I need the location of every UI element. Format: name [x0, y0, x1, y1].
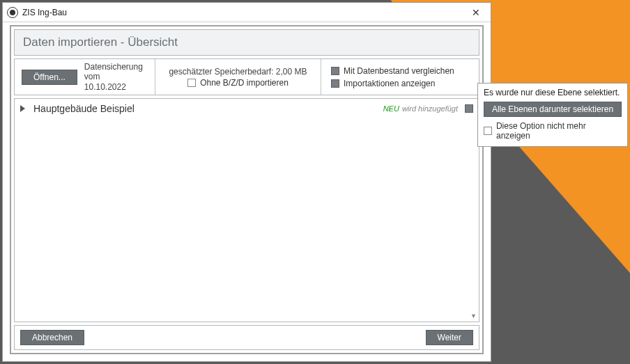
- compare-label: Mit Datenbestand vergleichen: [344, 66, 454, 76]
- options-bar: Öffnen... Datensicherung vom 10.10.2022 …: [14, 58, 479, 95]
- dont-show-again-option[interactable]: Diese Option nicht mehr anzeigen: [484, 121, 622, 141]
- app-icon: [7, 7, 18, 18]
- tree-view[interactable]: Hauptgebäude Beispiel NEU wird hinzugefü…: [14, 98, 479, 322]
- footer-bar: Abbrechen Weiter: [14, 325, 479, 350]
- backup-date-label: Datensicherung vom 10.10.2022: [84, 62, 148, 92]
- no-bzd-label: Ohne B/Z/D importieren: [200, 78, 289, 88]
- scroll-indicator-icon: ▼: [470, 312, 477, 319]
- show-actions-label: Importaktionen anzeigen: [344, 79, 435, 88]
- select-all-levels-button[interactable]: Alle Ebenen darunter selektieren: [484, 102, 622, 117]
- backup-line1: Datensicherung vom: [84, 62, 148, 82]
- selection-popup: Es wurde nur diese Ebene selektiert. All…: [477, 83, 628, 147]
- close-icon[interactable]: ✕: [466, 5, 486, 20]
- status-new: NEU: [383, 104, 399, 113]
- status-text: wird hinzugefügt: [402, 104, 458, 113]
- open-button[interactable]: Öffnen...: [22, 70, 77, 85]
- dont-show-label: Diese Option nicht mehr anzeigen: [496, 121, 622, 141]
- no-bzd-option[interactable]: Ohne B/Z/D importieren: [187, 78, 289, 88]
- tree-row[interactable]: Hauptgebäude Beispiel NEU wird hinzugefü…: [15, 99, 479, 118]
- window-title: ZIS Ing-Bau: [22, 8, 67, 17]
- checkbox-icon: [484, 127, 492, 135]
- dialog-frame: Daten importieren - Übersicht Öffnen... …: [10, 25, 484, 354]
- page-title: Daten importieren - Übersicht: [14, 29, 479, 56]
- backup-line2: 10.10.2022: [84, 82, 148, 92]
- compare-cell: Mit Datenbestand vergleichen Importaktio…: [321, 59, 479, 95]
- row-checkbox[interactable]: [465, 104, 473, 113]
- chevron-right-icon[interactable]: [20, 105, 25, 112]
- open-cell: Öffnen... Datensicherung vom 10.10.2022: [15, 59, 155, 95]
- storage-estimate-label: geschätzter Speicherbedarf: 2,00 MB: [169, 67, 307, 77]
- titlebar: ZIS Ing-Bau ✕: [3, 3, 491, 22]
- main-window: ZIS Ing-Bau ✕ Daten importieren - Übersi…: [2, 2, 491, 362]
- checkbox-icon: [331, 79, 339, 88]
- show-actions-option[interactable]: Importaktionen anzeigen: [331, 79, 472, 88]
- popup-message: Es wurde nur diese Ebene selektiert.: [484, 88, 622, 97]
- next-button[interactable]: Weiter: [426, 330, 473, 345]
- checkbox-icon: [187, 79, 196, 87]
- checkbox-icon: [331, 67, 339, 75]
- cancel-button[interactable]: Abbrechen: [20, 330, 84, 345]
- estimate-cell: geschätzter Speicherbedarf: 2,00 MB Ohne…: [155, 59, 321, 95]
- tree-item-label: Hauptgebäude Beispiel: [33, 103, 383, 114]
- compare-option[interactable]: Mit Datenbestand vergleichen: [331, 66, 472, 76]
